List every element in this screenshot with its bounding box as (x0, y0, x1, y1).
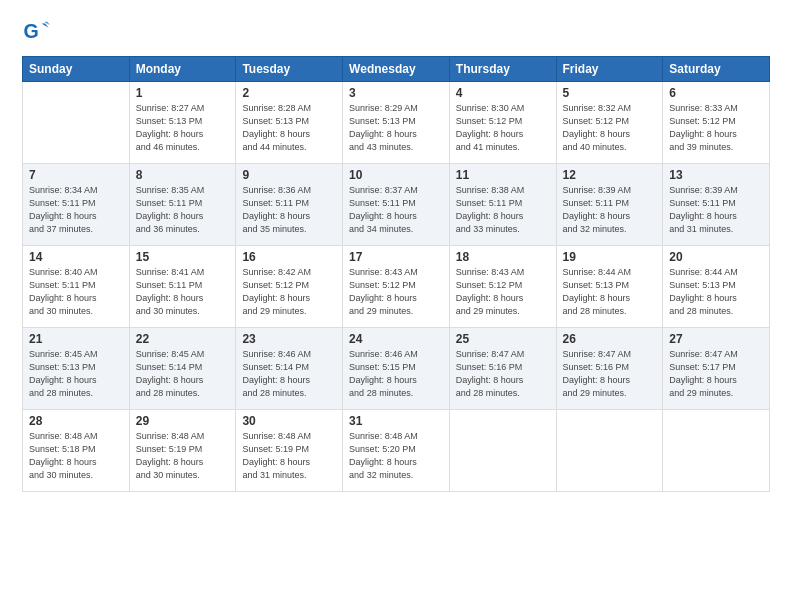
svg-text:G: G (23, 20, 38, 42)
day-info: Sunrise: 8:30 AM Sunset: 5:12 PM Dayligh… (456, 102, 550, 154)
calendar-cell: 14Sunrise: 8:40 AM Sunset: 5:11 PM Dayli… (23, 246, 130, 328)
calendar-cell: 25Sunrise: 8:47 AM Sunset: 5:16 PM Dayli… (449, 328, 556, 410)
day-number: 6 (669, 86, 763, 100)
calendar-week-row: 7Sunrise: 8:34 AM Sunset: 5:11 PM Daylig… (23, 164, 770, 246)
calendar-cell: 18Sunrise: 8:43 AM Sunset: 5:12 PM Dayli… (449, 246, 556, 328)
calendar-cell: 26Sunrise: 8:47 AM Sunset: 5:16 PM Dayli… (556, 328, 663, 410)
day-number: 7 (29, 168, 123, 182)
calendar-cell: 30Sunrise: 8:48 AM Sunset: 5:19 PM Dayli… (236, 410, 343, 492)
day-number: 9 (242, 168, 336, 182)
calendar-cell: 22Sunrise: 8:45 AM Sunset: 5:14 PM Dayli… (129, 328, 236, 410)
calendar-cell: 16Sunrise: 8:42 AM Sunset: 5:12 PM Dayli… (236, 246, 343, 328)
calendar-table: SundayMondayTuesdayWednesdayThursdayFrid… (22, 56, 770, 492)
calendar-week-row: 21Sunrise: 8:45 AM Sunset: 5:13 PM Dayli… (23, 328, 770, 410)
day-number: 19 (563, 250, 657, 264)
calendar-cell: 10Sunrise: 8:37 AM Sunset: 5:11 PM Dayli… (343, 164, 450, 246)
calendar-cell: 23Sunrise: 8:46 AM Sunset: 5:14 PM Dayli… (236, 328, 343, 410)
calendar-cell: 15Sunrise: 8:41 AM Sunset: 5:11 PM Dayli… (129, 246, 236, 328)
day-info: Sunrise: 8:48 AM Sunset: 5:19 PM Dayligh… (242, 430, 336, 482)
day-info: Sunrise: 8:37 AM Sunset: 5:11 PM Dayligh… (349, 184, 443, 236)
day-number: 5 (563, 86, 657, 100)
calendar-cell: 1Sunrise: 8:27 AM Sunset: 5:13 PM Daylig… (129, 82, 236, 164)
day-number: 14 (29, 250, 123, 264)
weekday-header-sunday: Sunday (23, 57, 130, 82)
day-info: Sunrise: 8:34 AM Sunset: 5:11 PM Dayligh… (29, 184, 123, 236)
day-info: Sunrise: 8:47 AM Sunset: 5:16 PM Dayligh… (456, 348, 550, 400)
day-info: Sunrise: 8:48 AM Sunset: 5:18 PM Dayligh… (29, 430, 123, 482)
calendar-cell: 17Sunrise: 8:43 AM Sunset: 5:12 PM Dayli… (343, 246, 450, 328)
day-number: 31 (349, 414, 443, 428)
calendar-cell: 11Sunrise: 8:38 AM Sunset: 5:11 PM Dayli… (449, 164, 556, 246)
calendar-cell: 7Sunrise: 8:34 AM Sunset: 5:11 PM Daylig… (23, 164, 130, 246)
calendar-cell: 31Sunrise: 8:48 AM Sunset: 5:20 PM Dayli… (343, 410, 450, 492)
day-info: Sunrise: 8:47 AM Sunset: 5:17 PM Dayligh… (669, 348, 763, 400)
day-number: 8 (136, 168, 230, 182)
day-number: 22 (136, 332, 230, 346)
calendar-cell (449, 410, 556, 492)
calendar-week-row: 14Sunrise: 8:40 AM Sunset: 5:11 PM Dayli… (23, 246, 770, 328)
day-info: Sunrise: 8:43 AM Sunset: 5:12 PM Dayligh… (456, 266, 550, 318)
day-number: 25 (456, 332, 550, 346)
day-number: 15 (136, 250, 230, 264)
calendar-cell (556, 410, 663, 492)
calendar-header-row: SundayMondayTuesdayWednesdayThursdayFrid… (23, 57, 770, 82)
day-number: 24 (349, 332, 443, 346)
day-info: Sunrise: 8:33 AM Sunset: 5:12 PM Dayligh… (669, 102, 763, 154)
calendar-cell: 12Sunrise: 8:39 AM Sunset: 5:11 PM Dayli… (556, 164, 663, 246)
day-number: 1 (136, 86, 230, 100)
calendar-cell: 9Sunrise: 8:36 AM Sunset: 5:11 PM Daylig… (236, 164, 343, 246)
calendar-week-row: 1Sunrise: 8:27 AM Sunset: 5:13 PM Daylig… (23, 82, 770, 164)
calendar-cell: 20Sunrise: 8:44 AM Sunset: 5:13 PM Dayli… (663, 246, 770, 328)
page-header: G (22, 18, 770, 46)
calendar-cell: 13Sunrise: 8:39 AM Sunset: 5:11 PM Dayli… (663, 164, 770, 246)
day-number: 3 (349, 86, 443, 100)
calendar-cell: 5Sunrise: 8:32 AM Sunset: 5:12 PM Daylig… (556, 82, 663, 164)
day-info: Sunrise: 8:35 AM Sunset: 5:11 PM Dayligh… (136, 184, 230, 236)
day-number: 13 (669, 168, 763, 182)
weekday-header-friday: Friday (556, 57, 663, 82)
day-number: 23 (242, 332, 336, 346)
day-number: 27 (669, 332, 763, 346)
day-info: Sunrise: 8:40 AM Sunset: 5:11 PM Dayligh… (29, 266, 123, 318)
day-info: Sunrise: 8:44 AM Sunset: 5:13 PM Dayligh… (669, 266, 763, 318)
day-number: 28 (29, 414, 123, 428)
day-number: 21 (29, 332, 123, 346)
day-info: Sunrise: 8:27 AM Sunset: 5:13 PM Dayligh… (136, 102, 230, 154)
calendar-cell: 8Sunrise: 8:35 AM Sunset: 5:11 PM Daylig… (129, 164, 236, 246)
day-number: 29 (136, 414, 230, 428)
calendar-cell: 3Sunrise: 8:29 AM Sunset: 5:13 PM Daylig… (343, 82, 450, 164)
calendar-cell (663, 410, 770, 492)
calendar-cell: 21Sunrise: 8:45 AM Sunset: 5:13 PM Dayli… (23, 328, 130, 410)
day-number: 17 (349, 250, 443, 264)
calendar-cell (23, 82, 130, 164)
day-number: 10 (349, 168, 443, 182)
day-info: Sunrise: 8:39 AM Sunset: 5:11 PM Dayligh… (563, 184, 657, 236)
calendar-cell: 19Sunrise: 8:44 AM Sunset: 5:13 PM Dayli… (556, 246, 663, 328)
calendar-cell: 6Sunrise: 8:33 AM Sunset: 5:12 PM Daylig… (663, 82, 770, 164)
day-info: Sunrise: 8:46 AM Sunset: 5:15 PM Dayligh… (349, 348, 443, 400)
day-number: 30 (242, 414, 336, 428)
day-info: Sunrise: 8:36 AM Sunset: 5:11 PM Dayligh… (242, 184, 336, 236)
day-info: Sunrise: 8:41 AM Sunset: 5:11 PM Dayligh… (136, 266, 230, 318)
day-info: Sunrise: 8:47 AM Sunset: 5:16 PM Dayligh… (563, 348, 657, 400)
day-info: Sunrise: 8:48 AM Sunset: 5:19 PM Dayligh… (136, 430, 230, 482)
day-number: 11 (456, 168, 550, 182)
day-number: 18 (456, 250, 550, 264)
day-info: Sunrise: 8:48 AM Sunset: 5:20 PM Dayligh… (349, 430, 443, 482)
calendar-cell: 29Sunrise: 8:48 AM Sunset: 5:19 PM Dayli… (129, 410, 236, 492)
weekday-header-tuesday: Tuesday (236, 57, 343, 82)
calendar-cell: 4Sunrise: 8:30 AM Sunset: 5:12 PM Daylig… (449, 82, 556, 164)
day-info: Sunrise: 8:38 AM Sunset: 5:11 PM Dayligh… (456, 184, 550, 236)
day-number: 2 (242, 86, 336, 100)
svg-marker-1 (42, 24, 49, 28)
day-info: Sunrise: 8:46 AM Sunset: 5:14 PM Dayligh… (242, 348, 336, 400)
day-number: 20 (669, 250, 763, 264)
day-info: Sunrise: 8:29 AM Sunset: 5:13 PM Dayligh… (349, 102, 443, 154)
day-info: Sunrise: 8:43 AM Sunset: 5:12 PM Dayligh… (349, 266, 443, 318)
day-info: Sunrise: 8:32 AM Sunset: 5:12 PM Dayligh… (563, 102, 657, 154)
day-info: Sunrise: 8:45 AM Sunset: 5:14 PM Dayligh… (136, 348, 230, 400)
calendar-week-row: 28Sunrise: 8:48 AM Sunset: 5:18 PM Dayli… (23, 410, 770, 492)
day-number: 26 (563, 332, 657, 346)
weekday-header-thursday: Thursday (449, 57, 556, 82)
weekday-header-wednesday: Wednesday (343, 57, 450, 82)
